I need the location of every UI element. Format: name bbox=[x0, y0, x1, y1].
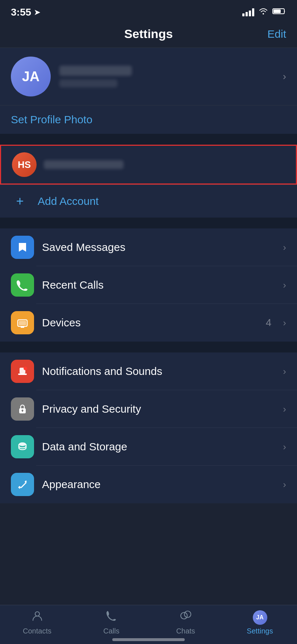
devices-item[interactable]: Devices 4 › bbox=[0, 304, 297, 342]
svg-point-11 bbox=[19, 442, 26, 446]
saved-messages-item[interactable]: Saved Messages › bbox=[0, 228, 297, 266]
second-account-info-blurred bbox=[44, 160, 124, 169]
avatar: JA bbox=[11, 57, 51, 96]
section-gap-2 bbox=[0, 218, 297, 228]
devices-label: Devices bbox=[42, 317, 258, 329]
location-icon: ➤ bbox=[34, 8, 40, 17]
page-title: Settings bbox=[40, 27, 257, 41]
settings-tab-label: Settings bbox=[247, 627, 273, 635]
profile-chevron-icon: › bbox=[283, 71, 286, 82]
svg-rect-12 bbox=[20, 482, 27, 488]
svg-point-6 bbox=[24, 367, 27, 370]
status-time: 3:55 ➤ bbox=[11, 7, 40, 18]
svg-rect-1 bbox=[273, 9, 281, 13]
profile-info bbox=[59, 66, 274, 87]
appearance-icon-box bbox=[11, 473, 34, 496]
calls-tab-label: Calls bbox=[103, 627, 119, 635]
settings-tab-avatar: JA bbox=[253, 610, 267, 625]
recent-calls-label: Recent Calls bbox=[42, 279, 275, 291]
svg-point-16 bbox=[181, 612, 187, 619]
recent-calls-chevron-icon: › bbox=[283, 280, 286, 291]
devices-icon-box bbox=[11, 311, 34, 334]
appearance-item[interactable]: Appearance › bbox=[0, 466, 297, 503]
tab-chats[interactable]: Chats bbox=[148, 610, 223, 637]
saved-messages-icon-box bbox=[11, 236, 34, 259]
time-display: 3:55 bbox=[11, 7, 31, 18]
status-bar: 3:55 ➤ bbox=[0, 0, 297, 22]
notifications-label: Notifications and Sounds bbox=[42, 365, 275, 377]
appearance-chevron-icon: › bbox=[283, 479, 286, 490]
tab-contacts[interactable]: Contacts bbox=[0, 610, 74, 637]
add-account-icon: + bbox=[11, 192, 29, 210]
privacy-item[interactable]: Privacy and Security › bbox=[0, 390, 297, 428]
home-indicator bbox=[112, 638, 185, 641]
add-account-item[interactable]: + Add Account bbox=[0, 185, 297, 218]
battery-icon bbox=[272, 8, 286, 17]
profile-phone-blurred bbox=[59, 79, 117, 87]
add-account-label: Add Account bbox=[38, 195, 99, 207]
section-gap-1 bbox=[0, 134, 297, 145]
accounts-section: HS + Add Account bbox=[0, 145, 297, 218]
menu-section-2: Notifications and Sounds › Privacy and S… bbox=[0, 352, 297, 503]
svg-rect-3 bbox=[19, 321, 26, 325]
contacts-tab-label: Contacts bbox=[23, 627, 51, 635]
calls-tab-icon bbox=[105, 610, 118, 625]
svg-rect-10 bbox=[22, 410, 23, 412]
signal-icon bbox=[242, 8, 254, 16]
recent-calls-item[interactable]: Recent Calls › bbox=[0, 266, 297, 304]
nav-header: Settings Edit bbox=[0, 22, 297, 48]
appearance-label: Appearance bbox=[42, 478, 275, 491]
tab-settings[interactable]: JA Settings bbox=[223, 610, 297, 637]
wifi-icon bbox=[259, 8, 268, 17]
saved-messages-label: Saved Messages bbox=[42, 241, 275, 253]
chats-tab-icon bbox=[180, 610, 192, 625]
second-account-avatar: HS bbox=[12, 152, 37, 177]
svg-rect-4 bbox=[21, 327, 24, 328]
chats-tab-label: Chats bbox=[176, 627, 195, 635]
set-profile-photo-button[interactable]: Set Profile Photo bbox=[11, 113, 286, 126]
status-icons bbox=[242, 8, 286, 17]
svg-point-15 bbox=[35, 612, 39, 616]
recent-calls-icon-box bbox=[11, 273, 34, 297]
data-storage-icon-box bbox=[11, 435, 34, 458]
profile-section[interactable]: JA › bbox=[0, 48, 297, 105]
privacy-icon-box bbox=[11, 397, 34, 421]
contacts-tab-icon bbox=[31, 610, 43, 625]
profile-name-blurred bbox=[59, 66, 132, 76]
privacy-chevron-icon: › bbox=[283, 404, 286, 415]
svg-rect-14 bbox=[24, 480, 27, 483]
tab-calls[interactable]: Calls bbox=[74, 610, 148, 637]
notifications-chevron-icon: › bbox=[283, 366, 286, 377]
saved-messages-chevron-icon: › bbox=[283, 242, 286, 253]
devices-badge: 4 bbox=[266, 317, 272, 329]
second-account-item[interactable]: HS bbox=[0, 145, 297, 185]
data-storage-label: Data and Storage bbox=[42, 441, 275, 453]
section-gap-3 bbox=[0, 342, 297, 352]
data-storage-chevron-icon: › bbox=[283, 441, 286, 453]
edit-button[interactable]: Edit bbox=[257, 28, 286, 40]
menu-section-1: Saved Messages › Recent Calls › Devices bbox=[0, 228, 297, 342]
svg-marker-13 bbox=[18, 486, 21, 489]
devices-chevron-icon: › bbox=[283, 317, 286, 329]
notifications-item[interactable]: Notifications and Sounds › bbox=[0, 352, 297, 390]
notifications-icon-box bbox=[11, 360, 34, 383]
data-storage-item[interactable]: Data and Storage › bbox=[0, 428, 297, 466]
svg-rect-7 bbox=[18, 373, 27, 375]
set-profile-photo-section[interactable]: Set Profile Photo bbox=[0, 106, 297, 134]
svg-point-17 bbox=[184, 611, 191, 618]
privacy-label: Privacy and Security bbox=[42, 403, 275, 415]
